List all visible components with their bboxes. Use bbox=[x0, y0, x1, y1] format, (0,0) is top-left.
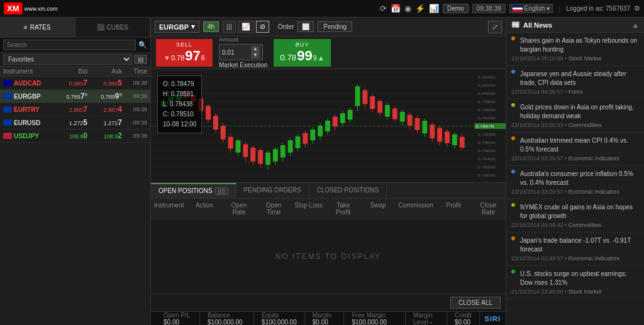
tab-pending-orders[interactable]: PENDING ORDERS bbox=[236, 183, 309, 198]
svg-rect-27 bbox=[206, 106, 211, 120]
time-val: 09:38 bbox=[122, 80, 147, 86]
language-select[interactable]: English ▾ bbox=[509, 4, 553, 13]
list-item[interactable]: Australian trimmed mean CPI 0.4% vs. 0.5… bbox=[506, 133, 644, 166]
svg-rect-49 bbox=[288, 140, 293, 153]
list-item[interactable]: AUDCAD 0.9607 0.9665 09:38 bbox=[0, 77, 150, 90]
line-chart-icon[interactable]: 📈 bbox=[238, 21, 254, 33]
circle-icon[interactable]: ◉ bbox=[404, 4, 411, 13]
ask-price: 108.92 bbox=[87, 131, 122, 140]
favorites-btn[interactable]: ▤ bbox=[134, 55, 147, 64]
order-type-btn[interactable]: ⬜ bbox=[297, 21, 314, 32]
flag-eu bbox=[3, 106, 12, 113]
bottom-status: Open P/L $0.00 Balance $100,000.00 Equit… bbox=[151, 311, 506, 325]
list-item[interactable]: Australia's consumer price inflation 0.5… bbox=[506, 166, 644, 199]
open-pl-label: Open P/L bbox=[164, 312, 190, 319]
main-layout: ≡ RATES ⬛ CUBES 🔍 Favorites ▤ Instrument… bbox=[0, 18, 644, 325]
svg-rect-77 bbox=[392, 108, 397, 119]
list-item[interactable]: Japan's trade balance -1.07T vs. -0.91T … bbox=[506, 233, 644, 266]
list-item[interactable]: Gold prices down in Asia on profit takin… bbox=[506, 99, 644, 133]
svg-rect-85 bbox=[422, 121, 427, 133]
svg-rect-33 bbox=[228, 137, 233, 149]
flag-us bbox=[3, 133, 12, 139]
list-item[interactable]: USDJPY 108.90 108.92 09:38 bbox=[0, 129, 150, 143]
settings-icon[interactable]: ⚙ bbox=[634, 4, 640, 13]
bar-chart-icon[interactable]: ||| bbox=[223, 21, 236, 33]
flag-icon bbox=[513, 5, 523, 12]
instrument-name: USDJPY bbox=[14, 133, 53, 140]
news-item-title: Japan's trade balance -1.07T vs. -0.91T … bbox=[520, 236, 639, 254]
news-item-title: Shares gain in Asia as Tokyo rebounds on… bbox=[520, 36, 639, 54]
timeframe-4h[interactable]: 4h bbox=[203, 21, 219, 32]
close-all-button[interactable]: CLOSE ALL bbox=[450, 297, 501, 309]
symbol-selector[interactable]: EURGBP ▾ bbox=[155, 21, 199, 33]
buy-button[interactable]: BUY 0.78 99 9 ▲ bbox=[274, 39, 330, 67]
credit-label: Credit bbox=[455, 312, 472, 319]
svg-text:0.78200: 0.78200 bbox=[477, 165, 496, 170]
news-item-meta: 22/10/2014 04:06:57 • Forex bbox=[511, 89, 639, 95]
tab-cubes[interactable]: ⬛ CUBES bbox=[75, 18, 151, 37]
list-item[interactable]: Shares gain in Asia as Tokyo rebounds on… bbox=[506, 33, 644, 66]
tab-closed-positions[interactable]: CLOSED POSITIONS bbox=[309, 183, 387, 198]
calendar-icon[interactable]: 📅 bbox=[391, 4, 401, 13]
ohlc-tooltip: O: 0.78479 H: 0.78591 L: 0.78438 C: 0.78… bbox=[157, 75, 202, 133]
top-nav: XM www.xm.com ⟳ 📅 ◉ ⚡ 📊 Demo 09:38:39 En… bbox=[0, 0, 644, 18]
col-profit-h: Profit bbox=[436, 201, 471, 217]
ohlc-close: C: 0.78510 bbox=[163, 109, 196, 119]
svg-text:0.78800: 0.78800 bbox=[477, 141, 496, 145]
time-display: 09:38:39 bbox=[472, 4, 506, 13]
amount-row: 0.01 ▲ ▼ bbox=[219, 44, 263, 60]
sell-button[interactable]: SELL ▼ 0.78 97 6 bbox=[156, 39, 213, 67]
balance-item: Balance $100,000.00 bbox=[200, 312, 254, 326]
news-category: Commodities bbox=[569, 122, 602, 128]
pending-btn[interactable]: Pending bbox=[318, 21, 352, 32]
svg-text:0.79800: 0.79800 bbox=[477, 100, 496, 104]
list-item[interactable]: EURUSD 1.2725 1.2727 09:38 bbox=[0, 116, 150, 129]
search-input[interactable] bbox=[3, 40, 136, 50]
svg-rect-37 bbox=[243, 144, 248, 157]
sell-arrow-icon: ▼ bbox=[164, 54, 170, 62]
news-collapse-icon[interactable]: ▲ bbox=[632, 21, 639, 29]
sync-icon[interactable]: ⟳ bbox=[380, 4, 387, 13]
list-item[interactable]: NYMEX crude oil gains in Asia on hopes f… bbox=[506, 199, 644, 233]
tab-rates[interactable]: ≡ RATES bbox=[0, 18, 75, 37]
col-open-time-h: Open Time bbox=[257, 201, 291, 217]
candle-chart-icon[interactable]: ⊘ bbox=[256, 21, 269, 33]
amount-up-btn[interactable]: ▲ bbox=[251, 46, 260, 52]
margin-value: $0.00 bbox=[313, 319, 328, 326]
no-items-text: NO ITEMS TO DISPLAY bbox=[275, 252, 382, 261]
equity-item: Equity $100,000.00 bbox=[254, 312, 305, 326]
logo-subtext: www.xm.com bbox=[25, 6, 58, 12]
buy-arrow-icon: ▲ bbox=[318, 54, 325, 62]
amount-down-btn[interactable]: ▼ bbox=[251, 52, 260, 58]
bolt-icon[interactable]: ⚡ bbox=[415, 4, 425, 13]
svg-rect-31 bbox=[221, 126, 226, 140]
list-item[interactable]: Japanese yen and Aussie steady after tra… bbox=[506, 66, 644, 99]
margin-level-item: Margin Level - bbox=[406, 312, 447, 326]
sell-price-big: 97 bbox=[185, 48, 200, 64]
svg-text:0.80200: 0.80200 bbox=[477, 84, 496, 88]
svg-rect-63 bbox=[340, 113, 345, 123]
news-item-row: Australian trimmed mean CPI 0.4% vs. 0.5… bbox=[511, 136, 639, 155]
favorites-select[interactable]: Favorites bbox=[3, 54, 132, 65]
svg-text:0.78978: 0.78978 bbox=[476, 124, 494, 129]
amount-input[interactable]: 0.01 ▲ ▼ bbox=[219, 44, 263, 60]
news-item-meta: 22/10/2014 03:29:57 • Economic Indicator… bbox=[511, 189, 639, 195]
balance-value: $100,000.00 bbox=[208, 319, 243, 326]
list-item[interactable]: EURGBP 0.78976 0.78999 09:38 bbox=[0, 90, 150, 103]
close-all-row: CLOSE ALL bbox=[151, 294, 506, 311]
chart-area[interactable]: 0.80400 0.80200 0.80000 0.79800 0.79600 … bbox=[151, 69, 506, 182]
svg-text:0.79400: 0.79400 bbox=[477, 116, 496, 121]
chart-icon[interactable]: 📊 bbox=[429, 4, 439, 13]
amount-area: Amount 0.01 ▲ ▼ Market Execution bbox=[219, 36, 267, 69]
news-category: Stock Market bbox=[569, 55, 602, 62]
list-item[interactable]: U.S. stocks surge on upbeat earnings; Do… bbox=[506, 266, 644, 299]
list-item[interactable]: EURTRY 2.8657 2.8874 09:38 bbox=[0, 103, 150, 116]
expand-btn[interactable]: ⤢ bbox=[488, 21, 502, 33]
tab-open-positions[interactable]: OPEN POSITIONS (0) bbox=[151, 183, 236, 198]
language-label: English bbox=[525, 5, 545, 12]
chart-type-icons: ||| 📈 ⊘ bbox=[223, 21, 269, 33]
margin-item: Margin $0.00 bbox=[305, 312, 345, 326]
ohlc-date: 10-08 12:00 bbox=[163, 119, 196, 129]
order-area: Order ⬜ Pending bbox=[278, 21, 352, 32]
svg-rect-55 bbox=[310, 129, 315, 140]
